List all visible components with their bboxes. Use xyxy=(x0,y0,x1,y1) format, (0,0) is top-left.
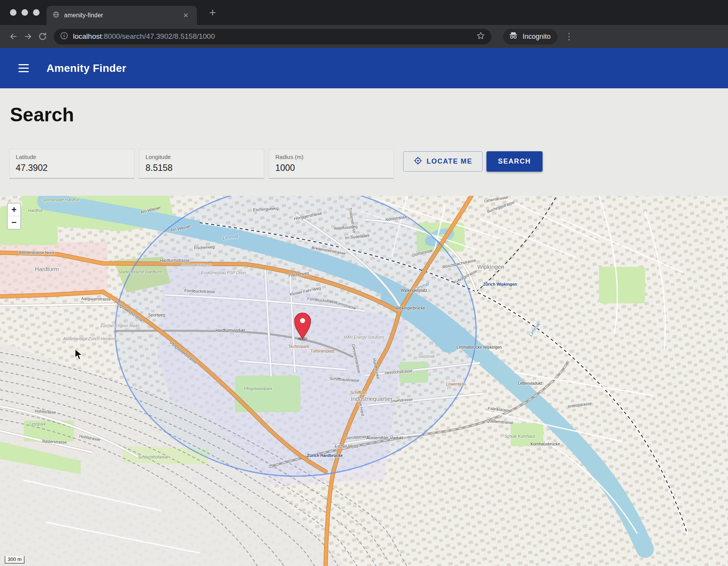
mouse-cursor xyxy=(74,349,84,362)
url-bar[interactable]: localhost:8000/search/47.3902/8.5158/100… xyxy=(54,29,491,45)
map-canvas xyxy=(0,196,728,566)
page-title: Search xyxy=(10,104,74,126)
tab-favicon-globe-icon xyxy=(53,11,60,20)
url-text[interactable]: localhost:8000/search/47.3902/8.5158/100… xyxy=(73,32,215,41)
reload-icon[interactable] xyxy=(35,29,50,44)
window-minimize-button[interactable] xyxy=(22,9,28,16)
radius-value[interactable]: 1000 xyxy=(275,163,387,173)
crosshair-locate-icon xyxy=(414,156,422,167)
app-title: Amenity Finder xyxy=(46,62,126,74)
latitude-value[interactable]: 47.3902 xyxy=(16,163,128,173)
tab-close-icon[interactable]: ✕ xyxy=(181,11,191,20)
browser-menu-icon[interactable]: ⋮ xyxy=(564,31,574,42)
new-tab-button[interactable]: + xyxy=(205,6,220,19)
radius-field[interactable]: Radius (m) 1000 xyxy=(269,149,394,179)
tab-title: amenity-finder xyxy=(64,12,176,19)
locate-me-button[interactable]: LOCATE ME xyxy=(403,151,483,172)
window-zoom-button[interactable] xyxy=(33,9,40,16)
incognito-badge: Incognito xyxy=(503,29,558,45)
app-header: Amenity Finder xyxy=(0,48,728,88)
browser-tab-strip: amenity-finder ✕ + xyxy=(0,0,728,25)
zoom-out-button[interactable]: − xyxy=(8,216,20,229)
browser-tab[interactable]: amenity-finder ✕ xyxy=(46,6,197,25)
menu-hamburger-icon[interactable] xyxy=(15,61,32,75)
browser-toolbar: localhost:8000/search/47.3902/8.5158/100… xyxy=(0,25,728,48)
incognito-icon xyxy=(508,31,518,43)
window-controls[interactable] xyxy=(0,9,46,16)
zoom-in-button[interactable]: + xyxy=(8,204,20,216)
radius-label: Radius (m) xyxy=(275,154,387,160)
page-info-icon[interactable] xyxy=(60,31,68,41)
latitude-field[interactable]: Latitude 47.3902 xyxy=(9,149,134,179)
back-icon[interactable] xyxy=(6,29,21,44)
forward-icon[interactable] xyxy=(21,29,35,44)
incognito-label: Incognito xyxy=(523,33,551,41)
bookmark-star-icon[interactable] xyxy=(476,31,485,42)
map-zoom-control: + − xyxy=(7,203,21,230)
map-scale-bar: 300 m xyxy=(5,556,25,564)
window-close-button[interactable] xyxy=(10,9,17,16)
search-button[interactable]: SEARCH xyxy=(486,151,543,172)
radius-circle-overlay xyxy=(115,196,476,476)
latitude-label: Latitude xyxy=(16,154,128,160)
search-panel: Search Latitude 47.3902 Longitude 8.5158… xyxy=(0,88,728,196)
map-view[interactable]: HardturmstrasseHardturmstrassePfingstwei… xyxy=(0,196,728,566)
longitude-label: Longitude xyxy=(146,154,258,160)
search-form: Latitude 47.3902 Longitude 8.5158 Radius… xyxy=(9,149,543,179)
longitude-value[interactable]: 8.5158 xyxy=(146,163,258,173)
longitude-field[interactable]: Longitude 8.5158 xyxy=(139,149,264,179)
